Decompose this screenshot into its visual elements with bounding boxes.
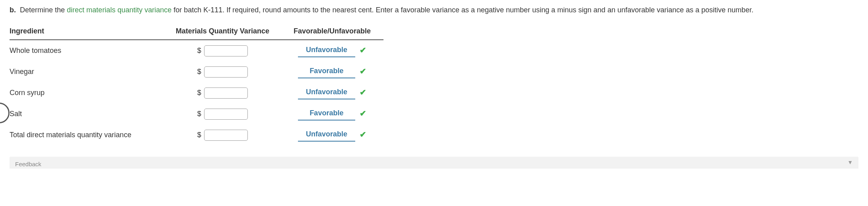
ingredient-cell: Salt bbox=[10, 103, 164, 124]
ingredient-cell: Whole tomatoes bbox=[10, 40, 164, 61]
variance-table: Ingredient Materials Quantity Variance F… bbox=[10, 23, 383, 146]
currency-symbol: $ bbox=[197, 110, 201, 118]
ingredient-cell: Vinegar bbox=[10, 61, 164, 82]
col-header-favorable: Favorable/Unfavorable bbox=[284, 23, 383, 40]
question-container: b. Determine the direct materials quanti… bbox=[0, 0, 868, 169]
col-header-ingredient: Ingredient bbox=[10, 23, 164, 40]
table-row: Corn syrup $ Unfavorable ✔ bbox=[10, 82, 383, 103]
favorable-select[interactable]: Unfavorable bbox=[298, 44, 355, 57]
currency-symbol: $ bbox=[197, 131, 201, 139]
check-icon: ✔ bbox=[360, 66, 366, 76]
col-header-variance: Materials Quantity Variance bbox=[164, 23, 284, 40]
amount-input[interactable] bbox=[204, 45, 248, 56]
question-prompt: b. Determine the direct materials quanti… bbox=[10, 3, 858, 17]
favorable-select[interactable]: Unfavorable bbox=[298, 128, 355, 142]
feedback-bar[interactable]: Feedback ▼ bbox=[10, 157, 858, 169]
table-row: Vinegar $ Favorable ✔ bbox=[10, 61, 383, 82]
prompt-lead: Determine the bbox=[20, 6, 65, 14]
table-row: Whole tomatoes $ Unfavorable ✔ bbox=[10, 40, 383, 61]
currency-symbol: $ bbox=[197, 47, 201, 55]
feedback-label: Feedback bbox=[15, 161, 41, 167]
part-label: b. bbox=[10, 6, 16, 14]
check-icon: ✔ bbox=[360, 109, 366, 118]
favorable-select[interactable]: Unfavorable bbox=[298, 86, 355, 99]
ingredient-cell: Corn syrup bbox=[10, 82, 164, 103]
amount-input[interactable] bbox=[204, 66, 248, 78]
check-icon: ✔ bbox=[360, 87, 366, 97]
ingredient-cell: Total direct materials quantity variance bbox=[10, 124, 164, 146]
currency-symbol: $ bbox=[197, 89, 201, 97]
amount-input[interactable] bbox=[204, 87, 248, 99]
check-icon: ✔ bbox=[360, 130, 366, 139]
favorable-select[interactable]: Favorable bbox=[298, 107, 355, 120]
prompt-rest: for batch K-111. If required, round amou… bbox=[173, 6, 753, 14]
amount-input[interactable] bbox=[204, 130, 248, 141]
currency-symbol: $ bbox=[197, 68, 201, 76]
table-row-total: Total direct materials quantity variance… bbox=[10, 124, 383, 146]
term-link[interactable]: direct materials quantity variance bbox=[67, 6, 171, 14]
check-icon: ✔ bbox=[360, 45, 366, 55]
amount-input[interactable] bbox=[204, 109, 248, 120]
favorable-select[interactable]: Favorable bbox=[298, 65, 355, 78]
chevron-down-icon: ▼ bbox=[847, 159, 853, 165]
table-row: Salt $ Favorable ✔ bbox=[10, 103, 383, 124]
